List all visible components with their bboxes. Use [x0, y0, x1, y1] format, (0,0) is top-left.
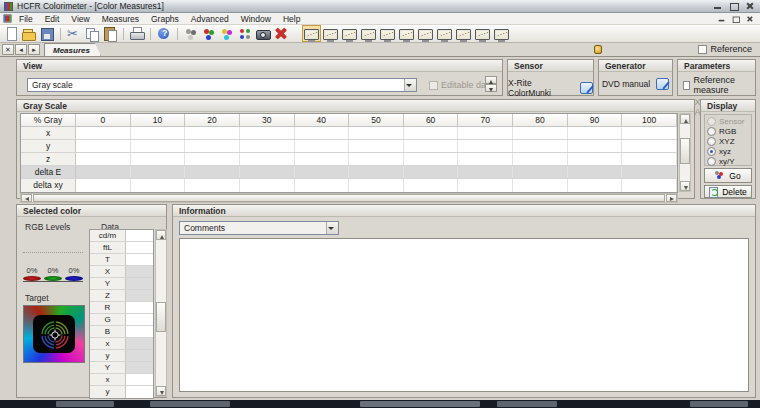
- data-row-value[interactable]: [126, 338, 153, 349]
- gamut-view-button[interactable]: [359, 25, 378, 42]
- measure-full-button[interactable]: [236, 25, 254, 42]
- taskbar-item[interactable]: [360, 401, 480, 407]
- grid-cell[interactable]: [458, 166, 513, 178]
- measure-secondaries-button[interactable]: [218, 25, 236, 42]
- grid-cell[interactable]: [131, 179, 186, 192]
- menu-item[interactable]: File: [13, 14, 39, 24]
- grid-cell[interactable]: [131, 140, 186, 152]
- scroll-right-button[interactable]: [666, 194, 677, 202]
- taskbar-item[interactable]: [150, 401, 230, 407]
- new-button[interactable]: [2, 25, 20, 42]
- grid-cell[interactable]: [458, 127, 513, 139]
- gamma-view-button[interactable]: [321, 25, 340, 42]
- grid-cell[interactable]: [185, 153, 240, 165]
- save-button[interactable]: [38, 25, 56, 42]
- tab-scroll-right-button[interactable]: ▸: [28, 44, 40, 55]
- grid-cell[interactable]: [622, 153, 677, 165]
- grid-cell[interactable]: [185, 127, 240, 139]
- close-button[interactable]: [745, 2, 754, 10]
- gray-scale-hscrollbar[interactable]: [20, 193, 678, 203]
- grid-cell[interactable]: [76, 179, 131, 192]
- radio-icon[interactable]: [707, 147, 716, 156]
- hscroll-thumb[interactable]: [33, 194, 665, 202]
- satshift-view-button[interactable]: [454, 25, 473, 42]
- delete-button[interactable]: Delete: [704, 185, 752, 198]
- minimize-button[interactable]: [713, 2, 722, 10]
- sensor-configure-button[interactable]: [580, 82, 593, 94]
- data-row-value[interactable]: [126, 242, 153, 253]
- radio-icon[interactable]: [707, 127, 716, 136]
- grid-cell[interactable]: [295, 153, 350, 165]
- data-row-value[interactable]: [126, 302, 153, 313]
- grid-cell[interactable]: [76, 166, 131, 178]
- data-row-value[interactable]: [126, 326, 153, 337]
- 3d-view-button[interactable]: [492, 25, 511, 42]
- grid-cell[interactable]: [404, 127, 459, 139]
- go-button[interactable]: Go: [704, 168, 752, 183]
- grid-cell[interactable]: [349, 166, 404, 178]
- grid-cell[interactable]: [458, 153, 513, 165]
- grid-cell[interactable]: [131, 166, 186, 178]
- grid-cell[interactable]: [240, 140, 295, 152]
- data-row-value[interactable]: [126, 230, 153, 241]
- grid-cell[interactable]: [622, 127, 677, 139]
- grid-cell[interactable]: [240, 179, 295, 192]
- maximize-button[interactable]: [729, 2, 738, 10]
- data-row-value[interactable]: [126, 374, 153, 385]
- menu-item[interactable]: Edit: [39, 14, 66, 24]
- data-row-value[interactable]: [126, 362, 153, 373]
- parameter-checkbox[interactable]: [683, 81, 690, 90]
- cie-view-button[interactable]: [397, 25, 416, 42]
- delete-measures-button[interactable]: [272, 25, 290, 42]
- tab-scroll-left-button[interactable]: ◂: [15, 44, 27, 55]
- help-button[interactable]: [155, 25, 173, 42]
- colortemp-view-button[interactable]: [416, 25, 435, 42]
- grid-cell[interactable]: [404, 166, 459, 178]
- grid-cell[interactable]: [513, 166, 568, 178]
- grid-cell[interactable]: [568, 153, 623, 165]
- tab-close-button[interactable]: ✕: [2, 44, 14, 55]
- grid-cell[interactable]: [513, 179, 568, 192]
- data-row-value[interactable]: [126, 254, 153, 265]
- grid-cell[interactable]: [458, 140, 513, 152]
- data-row-value[interactable]: [126, 290, 153, 301]
- menu-item[interactable]: View: [65, 14, 95, 24]
- grid-cell[interactable]: [76, 140, 131, 152]
- grid-cell[interactable]: [295, 127, 350, 139]
- grid-cell[interactable]: [295, 140, 350, 152]
- paste-button[interactable]: [101, 25, 119, 42]
- mdi-close-button[interactable]: [746, 15, 753, 21]
- grid-cell[interactable]: [131, 127, 186, 139]
- scroll-up-button[interactable]: [680, 114, 690, 124]
- radio-icon[interactable]: [707, 157, 716, 166]
- radio-icon[interactable]: [707, 137, 716, 146]
- grid-cell[interactable]: [404, 140, 459, 152]
- scroll-left-button[interactable]: [21, 194, 32, 202]
- print-button[interactable]: [128, 25, 146, 42]
- scroll-down-button[interactable]: [680, 181, 690, 191]
- grid-cell[interactable]: [349, 179, 404, 192]
- spinner-down-button[interactable]: [485, 84, 497, 92]
- grid-cell[interactable]: [568, 166, 623, 178]
- grid-cell[interactable]: [568, 179, 623, 192]
- grid-cell[interactable]: [404, 153, 459, 165]
- comments-dropdown[interactable]: Comments: [179, 221, 339, 235]
- grid-cell[interactable]: [404, 179, 459, 192]
- grid-cell[interactable]: [131, 153, 186, 165]
- data-row-value[interactable]: [126, 314, 153, 325]
- grid-cell[interactable]: [295, 166, 350, 178]
- measures-view-button[interactable]: [302, 25, 321, 42]
- generator-configure-button[interactable]: [656, 78, 669, 90]
- scroll-down-button[interactable]: [156, 386, 166, 396]
- reference-checkbox[interactable]: [698, 45, 707, 54]
- menu-item[interactable]: Window: [235, 14, 277, 24]
- menu-item[interactable]: Advanced: [185, 14, 235, 24]
- data-row-value[interactable]: [126, 386, 153, 398]
- nearblack-view-button[interactable]: [378, 25, 397, 42]
- hint-icon[interactable]: [594, 45, 602, 54]
- grid-cell[interactable]: [513, 140, 568, 152]
- copy-button[interactable]: [83, 25, 101, 42]
- grid-cell[interactable]: [458, 179, 513, 192]
- grid-cell[interactable]: [295, 179, 350, 192]
- taskbar-item[interactable]: [690, 401, 748, 407]
